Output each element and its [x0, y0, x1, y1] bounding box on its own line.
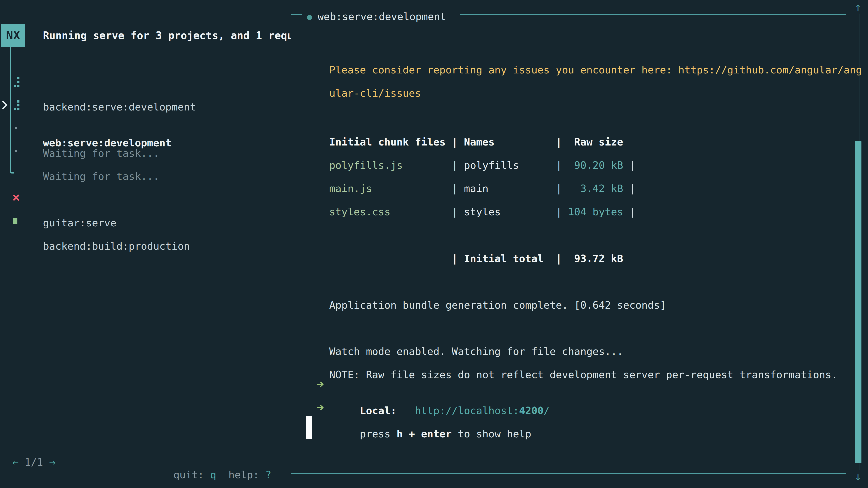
quit-key: q	[210, 469, 216, 481]
task-success-square-icon	[13, 218, 18, 224]
keyboard-hints: quit: q help: ?	[174, 468, 272, 481]
nx-terminal-ui: NX Running serve for 3 projects, and 1 r…	[0, 0, 868, 488]
task-list-sidebar: NX Running serve for 3 projects, and 1 r…	[0, 0, 291, 488]
task-row-guitar-serve[interactable]: guitar:serve	[0, 191, 291, 204]
sidebar-footer: ← 1/1 → quit: q help: ?	[0, 443, 291, 456]
spinner-icon	[14, 100, 20, 110]
task-failed-x-icon	[13, 194, 20, 201]
help-keys: h + enter	[397, 428, 452, 440]
chevron-right-icon	[1, 100, 8, 110]
pagination: ← 1/1 →	[12, 456, 55, 468]
output-panel-title: ● web:serve:development	[302, 10, 460, 23]
scroll-up-arrow-icon[interactable]: ↑	[851, 0, 865, 13]
task-label: Waiting for task...	[43, 170, 159, 183]
task-row-web-serve-selected[interactable]: web:serve:development	[0, 99, 291, 111]
task-label: backend:build:production	[43, 240, 190, 253]
press-help-line: press h + enter to show help	[305, 402, 531, 453]
task-row-waiting-1[interactable]: Waiting for task...	[0, 122, 291, 134]
running-bullet-icon: ●	[307, 10, 312, 23]
arrow-right-icon	[317, 404, 324, 411]
spinner-icon	[14, 77, 20, 87]
sidebar-title: Running serve for 3 projects, and 1 requ	[43, 29, 291, 41]
notice-line-2: ular-cli/issues	[305, 74, 421, 112]
task-row-backend-build[interactable]: backend:build:production	[0, 215, 291, 227]
task-row-backend-serve[interactable]: backend:serve:development	[0, 75, 291, 88]
bundle-complete-line: Application bundle generation complete. …	[305, 286, 666, 324]
pending-dot-icon	[15, 150, 17, 152]
quit-hint-label: quit:	[174, 469, 204, 481]
next-page-arrow-icon[interactable]: →	[49, 456, 55, 468]
arrow-right-icon	[317, 381, 324, 388]
help-hint-label: help:	[228, 469, 259, 481]
terminal-cursor	[306, 416, 312, 439]
nx-logo: NX	[1, 24, 25, 47]
scroll-down-arrow-icon[interactable]: ↓	[851, 470, 865, 483]
page-indicator: 1/1	[25, 456, 43, 468]
pending-dot-icon	[15, 127, 17, 129]
initial-total-row: | Initial total | 93.72 kB	[305, 240, 623, 278]
task-row-waiting-2[interactable]: Waiting for task...	[0, 145, 291, 158]
chunk-table-row-styles: styles.css | styles | 104 bytes |	[305, 193, 636, 231]
output-panel-title-text: web:serve:development	[318, 10, 446, 23]
prev-page-arrow-icon[interactable]: ←	[12, 456, 19, 468]
help-key: ?	[265, 469, 271, 481]
scrollbar-thumb[interactable]	[855, 141, 862, 463]
